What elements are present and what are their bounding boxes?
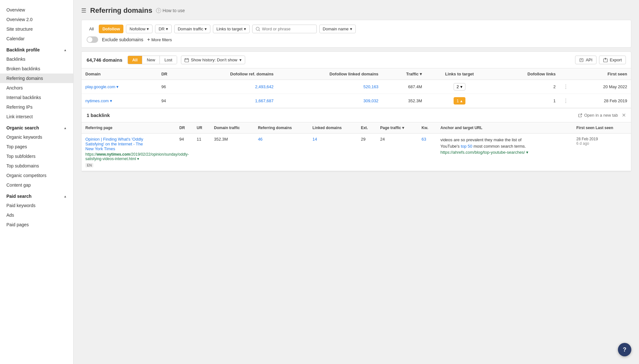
row-actions-icon-1[interactable]: ⋮ — [563, 84, 568, 89]
sidebar-item-backlinks[interactable]: Backlinks — [0, 54, 73, 64]
backlink-panel-header: 1 backlink Open in a new tab — [82, 108, 631, 122]
sidebar-item-calendar[interactable]: Calendar — [0, 34, 73, 43]
sidebar-item-site-structure[interactable]: Site structure — [0, 24, 73, 34]
table-row: play.google.com ▾ 96 2,493,642 520,163 6… — [82, 80, 631, 94]
domain-chevron-2[interactable]: ▾ — [110, 98, 112, 103]
sidebar-item-overview[interactable]: Overview — [0, 5, 73, 15]
dofollow-ref-link-1[interactable]: 2,493,642 — [255, 84, 274, 89]
chevron-up-icon: ▲ — [64, 48, 67, 52]
tab-all-button[interactable]: All — [128, 56, 143, 64]
filter-dofollow-button[interactable]: Dofollow — [99, 25, 123, 33]
more-filters-button[interactable]: + More filters — [147, 37, 172, 43]
domain-link-1[interactable]: play.google.com — [85, 84, 115, 89]
sidebar-item-ads[interactable]: Ads — [0, 210, 73, 220]
open-new-tab-button[interactable]: Open in a new tab — [578, 113, 618, 118]
sidebar-section-backlink-profile[interactable]: Backlink profile ▲ — [0, 43, 73, 54]
plus-icon: + — [147, 37, 150, 43]
filter-row-2: Exclude subdomains + More filters — [87, 36, 626, 43]
backlink-table-row: Opinion | Finding What's 'Oddly Satisfyi… — [82, 134, 631, 171]
domain-link-2[interactable]: nytimes.com — [85, 98, 109, 103]
sidebar-item-top-subfolders[interactable]: Top subfolders — [0, 151, 73, 161]
cell-dofollow-links-1: 2 — [493, 80, 560, 94]
sidebar-item-internal-backlinks[interactable]: Internal backlinks — [0, 93, 73, 102]
col-dofollow-links-label: Dofollow links — [527, 72, 556, 76]
col-first-seen: First seen — [572, 68, 631, 80]
sidebar-item-organic-competitors[interactable]: Organic competitors — [0, 171, 73, 180]
dofollow-linked-link-2[interactable]: 309,032 — [363, 98, 378, 103]
cell-domain-2: nytimes.com ▾ — [82, 94, 158, 108]
sidebar-item-referring-ips[interactable]: Referring IPs — [0, 102, 73, 112]
sidebar-item-top-subdomains[interactable]: Top subdomains — [0, 161, 73, 171]
filter-all-button[interactable]: All — [87, 25, 96, 33]
table-header-row: Domain DR Dofollow ref. domains Dofollow… — [82, 68, 631, 80]
sidebar-section-organic-search-label: Organic search — [6, 125, 39, 130]
filter-domain-traffic-button[interactable]: Domain traffic ▾ — [174, 25, 210, 33]
how-to-use-button[interactable]: ? How to use — [156, 8, 185, 13]
referring-page-title-link[interactable]: Opinion | Finding What's 'Oddly Satisfyi… — [85, 137, 149, 151]
sidebar-item-link-intersect[interactable]: Link intersect — [0, 112, 73, 121]
export-button[interactable]: Export — [599, 56, 626, 64]
links-to-target-badge-1[interactable]: 2 ▾ — [454, 83, 465, 90]
api-button[interactable]: API — [575, 56, 596, 64]
sidebar-section-paid-search[interactable]: Paid search ▲ — [0, 190, 73, 201]
cell-dr-2: 94 — [158, 94, 183, 108]
url-chevron[interactable]: ▾ — [137, 157, 139, 161]
row-actions-icon-2[interactable]: ⋮ — [563, 98, 568, 104]
sidebar-item-referring-domains[interactable]: Referring domains — [0, 74, 73, 83]
filter-links-to-target-button[interactable]: Links to target ▾ — [213, 25, 250, 33]
bl-referring-domains-link[interactable]: 46 — [258, 137, 262, 142]
sidebar-item-paid-pages[interactable]: Paid pages — [0, 220, 73, 229]
filter-domain-name-button[interactable]: Domain name ▾ — [319, 25, 356, 33]
bl-linked-domains-link[interactable]: 14 — [313, 137, 317, 142]
anchor-url-link[interactable]: https://ahrefs.com/blog/top-youtube-sear… — [440, 150, 525, 155]
dofollow-ref-link-2[interactable]: 1,667,687 — [255, 98, 274, 103]
cell-dofollow-links-2: 1 — [493, 94, 560, 108]
sidebar-item-overview2[interactable]: Overview 2.0 — [0, 15, 73, 24]
links-to-target-chevron-1: ▾ — [460, 84, 463, 89]
cell-first-seen-1: 20 May 2022 — [572, 80, 631, 94]
referring-page-url-base[interactable]: https://www.nytimes.com/2019/02/22/opini… — [85, 152, 149, 161]
bl-col-ur: UR — [193, 122, 210, 134]
domain-chevron-1[interactable]: ▾ — [116, 84, 119, 89]
sidebar-item-anchors[interactable]: Anchors — [0, 83, 73, 93]
tab-new-button[interactable]: New — [142, 56, 160, 64]
anchor-url-chevron[interactable]: ▾ — [526, 150, 528, 155]
cell-links-to-target-2: 1 ▴ — [426, 94, 493, 108]
url-domain: www.nytimes.com — [97, 152, 130, 157]
hamburger-icon[interactable]: ☰ — [81, 7, 86, 14]
svg-line-3 — [259, 30, 260, 31]
cell-links-to-target-1: 2 ▾ — [426, 80, 493, 94]
sidebar-item-broken-backlinks[interactable]: Broken backlinks — [0, 64, 73, 74]
exclude-subdomains-label: Exclude subdomains — [102, 37, 143, 42]
sidebar-item-top-pages[interactable]: Top pages — [0, 142, 73, 151]
tab-lost-button[interactable]: Lost — [160, 56, 177, 64]
exclude-subdomains-toggle[interactable] — [87, 36, 98, 43]
show-history-button[interactable]: Show history: Don't show ▾ — [181, 56, 245, 64]
col-dofollow-links: Dofollow links — [493, 68, 560, 80]
sidebar-section-organic-search[interactable]: Organic search ▲ — [0, 121, 73, 132]
bl-kw-link[interactable]: 63 — [422, 137, 426, 142]
sidebar-item-organic-keywords[interactable]: Organic keywords — [0, 132, 73, 142]
sidebar-item-paid-keywords[interactable]: Paid keywords — [0, 201, 73, 210]
filter-nofollow-button[interactable]: Nofollow ▾ — [126, 25, 152, 33]
links-to-target-chevron-2: ▴ — [460, 98, 463, 103]
bl-cell-page-traffic: 24 — [376, 134, 418, 171]
bl-col-page-traffic-label: Page traffic — [380, 126, 401, 130]
filter-dr-button[interactable]: DR ▾ — [155, 25, 172, 33]
bl-cell-referring-page: Opinion | Finding What's 'Oddly Satisfyi… — [82, 134, 175, 171]
links-to-target-badge-2[interactable]: 1 ▴ — [454, 97, 465, 105]
close-panel-button[interactable]: ✕ — [622, 112, 626, 118]
dofollow-linked-link-1[interactable]: 520,163 — [363, 84, 378, 89]
col-domain: Domain — [82, 68, 158, 80]
page-title: Referring domains — [90, 6, 152, 15]
help-button[interactable]: ? — [618, 343, 631, 356]
word-phrase-input[interactable] — [262, 27, 313, 31]
bl-col-anchor: Anchor and target URL — [437, 122, 573, 134]
bl-cell-first-last-seen: 28 Feb 2019 6 d ago — [573, 134, 631, 171]
svg-text:?: ? — [158, 9, 160, 13]
anchor-top50-link[interactable]: top 50 — [461, 144, 472, 149]
sidebar-item-content-gap[interactable]: Content gap — [0, 180, 73, 190]
domain-traffic-label: Domain traffic — [178, 27, 203, 31]
bl-cell-ext: 29 — [357, 134, 376, 171]
col-links-to-target: Links to target — [426, 68, 493, 80]
